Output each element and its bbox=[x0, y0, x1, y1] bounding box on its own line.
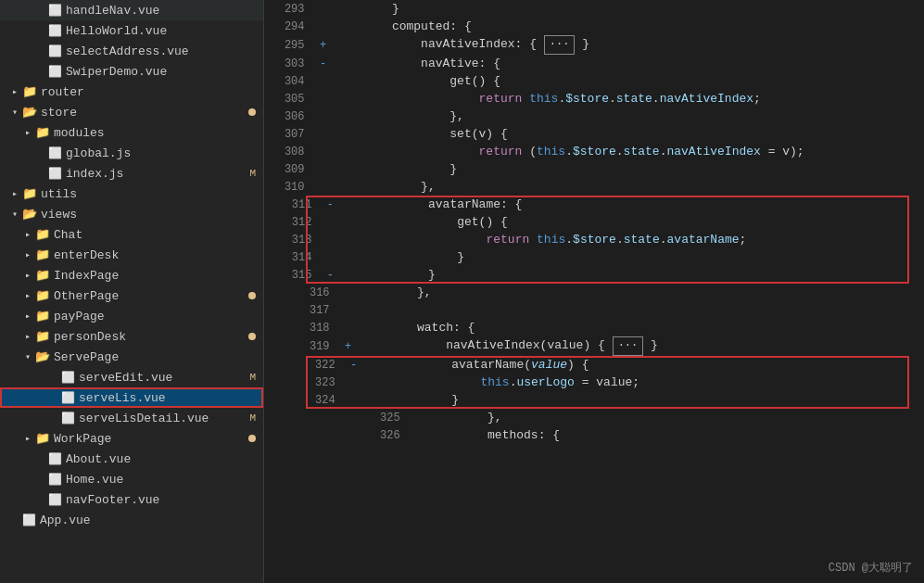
folder-ServePage[interactable]: 📂 ServePage bbox=[0, 347, 263, 367]
arrow-closed bbox=[20, 249, 35, 260]
code-line-309: 309 } bbox=[264, 160, 924, 178]
file-navFooter[interactable]: ⬜ navFooter.vue bbox=[0, 489, 263, 510]
line-number: 295 bbox=[264, 35, 316, 55]
code-line-313: 313 return this.$store.state.avatarName; bbox=[264, 231, 924, 248]
line-content: set(v) { bbox=[331, 125, 925, 143]
vue-file-icon: ⬜ bbox=[61, 371, 75, 385]
file-App[interactable]: ⬜ App.vue bbox=[0, 510, 263, 530]
vue-file-icon: ⬜ bbox=[22, 513, 36, 527]
line-gutter bbox=[316, 143, 331, 160]
code-line-304: 304 get() { bbox=[264, 72, 924, 90]
line-gutter bbox=[411, 426, 426, 444]
folder-personDesk[interactable]: 📁 personDesk bbox=[0, 326, 263, 347]
folder-label: ServePage bbox=[54, 350, 119, 364]
code-lines-region2: 322 - avatarName(value) { 323 this.userL… bbox=[264, 356, 924, 409]
line-number: 314 bbox=[264, 248, 323, 266]
modified-badge: M bbox=[249, 372, 256, 383]
badge-dot bbox=[248, 108, 256, 116]
folder-enterDesk[interactable]: 📁 enterDesk bbox=[0, 245, 263, 265]
code-line-293: 293 } bbox=[264, 0, 924, 18]
vue-file-icon: ⬜ bbox=[48, 473, 62, 487]
line-gutter: + bbox=[316, 35, 331, 55]
arrow-open bbox=[7, 107, 22, 118]
folder-WorkPage[interactable]: 📁 WorkPage bbox=[0, 428, 263, 449]
code-line-305: 305 return this.$store.state.navAtiveInd… bbox=[264, 90, 924, 108]
line-number: 315 bbox=[264, 266, 323, 284]
folder-icon: 📂 bbox=[22, 105, 37, 120]
folder-label: personDesk bbox=[54, 330, 126, 344]
line-number: 304 bbox=[264, 72, 316, 90]
line-gutter bbox=[341, 301, 356, 319]
file-label: HelloWorld.vue bbox=[66, 24, 167, 38]
file-serveEdit[interactable]: ⬜ serveEdit.vue M bbox=[0, 367, 263, 387]
line-content: navAtiveIndex(value) { ··· } bbox=[356, 336, 924, 356]
arrow-closed bbox=[20, 127, 35, 138]
file-serveLis[interactable]: ⬜ serveLis.vue bbox=[0, 387, 263, 408]
file-HelloWorld[interactable]: ⬜ HelloWorld.vue bbox=[0, 20, 263, 41]
folder-IndexPage[interactable]: 📁 IndexPage bbox=[0, 265, 263, 285]
file-label: handleNav.vue bbox=[66, 4, 159, 18]
folder-icon: 📁 bbox=[22, 186, 37, 201]
vue-file-icon: ⬜ bbox=[61, 391, 75, 405]
file-serveLisDetail[interactable]: ⬜ serveLisDetail.vue M bbox=[0, 408, 263, 428]
line-number: 319 bbox=[264, 336, 341, 356]
line-number: 308 bbox=[264, 143, 316, 160]
line-gutter bbox=[341, 284, 356, 301]
line-gutter bbox=[323, 231, 337, 248]
folder-store[interactable]: 📂 store bbox=[0, 102, 263, 122]
line-number: 323 bbox=[264, 374, 347, 391]
folder-label: OtherPage bbox=[54, 289, 119, 303]
line-content: computed: { bbox=[331, 18, 925, 35]
line-gutter bbox=[323, 248, 337, 266]
line-content: }, bbox=[356, 284, 924, 301]
folder-router[interactable]: 📁 router bbox=[0, 82, 263, 102]
arrow-closed bbox=[20, 270, 35, 281]
folder-views[interactable]: 📂 views bbox=[0, 204, 263, 224]
folder-label: WorkPage bbox=[54, 432, 111, 446]
js-file-icon: ⬜ bbox=[48, 146, 62, 160]
folder-OtherPage[interactable]: 📁 OtherPage bbox=[0, 285, 263, 306]
line-number: 316 bbox=[264, 284, 341, 301]
file-tree[interactable]: ⬜ handleNav.vue ⬜ HelloWorld.vue ⬜ selec… bbox=[0, 0, 264, 583]
arrow-closed bbox=[20, 311, 35, 322]
badge-dot bbox=[248, 333, 256, 340]
line-gutter bbox=[316, 125, 331, 143]
code-line-294: 294 computed: { bbox=[264, 18, 924, 35]
file-global-js[interactable]: ⬜ global.js bbox=[0, 143, 263, 163]
code-line-318: 318 watch: { bbox=[264, 319, 924, 336]
arrow-closed bbox=[20, 229, 35, 240]
arrow-closed bbox=[7, 86, 22, 97]
line-content: return (this.$store.state.navAtiveIndex … bbox=[331, 143, 925, 160]
folder-payPage[interactable]: 📁 payPage bbox=[0, 306, 263, 326]
code-line-325: 325 }, bbox=[264, 409, 924, 426]
line-content: navAtive: { bbox=[331, 55, 925, 72]
folder-modules[interactable]: 📁 modules bbox=[0, 122, 263, 143]
file-label: App.vue bbox=[40, 513, 91, 527]
code-line-310: 310 }, bbox=[264, 178, 924, 196]
arrow-closed bbox=[20, 433, 35, 444]
folder-utils[interactable]: 📁 utils bbox=[0, 184, 263, 204]
code-line-322: 322 - avatarName(value) { bbox=[264, 356, 924, 374]
code-lines-region1: 311 - avatarName: { 312 get() { 313 retu… bbox=[264, 196, 924, 284]
folder-label: store bbox=[41, 106, 77, 120]
folder-Chat[interactable]: 📁 Chat bbox=[0, 224, 263, 245]
file-index-js[interactable]: ⬜ index.js M bbox=[0, 163, 263, 184]
line-number: 322 bbox=[264, 356, 347, 374]
vue-file-icon: ⬜ bbox=[61, 412, 75, 425]
code-line-307: 307 set(v) { bbox=[264, 125, 924, 143]
line-gutter bbox=[316, 160, 331, 178]
line-gutter bbox=[316, 108, 331, 125]
file-handleNav[interactable]: ⬜ handleNav.vue bbox=[0, 0, 263, 20]
line-gutter bbox=[316, 90, 331, 108]
line-content: } bbox=[361, 391, 924, 409]
file-SwiperDemo[interactable]: ⬜ SwiperDemo.vue bbox=[0, 61, 263, 82]
file-Home[interactable]: ⬜ Home.vue bbox=[0, 469, 263, 489]
file-selectAddress[interactable]: ⬜ selectAddress.vue bbox=[0, 41, 263, 61]
file-About[interactable]: ⬜ About.vue bbox=[0, 449, 263, 469]
code-line-319: 319 + navAtiveIndex(value) { ··· } bbox=[264, 336, 924, 356]
file-label: serveLisDetail.vue bbox=[79, 412, 209, 425]
js-file-icon: ⬜ bbox=[48, 167, 62, 181]
modified-badge: M bbox=[249, 412, 256, 424]
vue-file-icon: ⬜ bbox=[48, 452, 62, 466]
modified-badge: M bbox=[249, 168, 256, 179]
